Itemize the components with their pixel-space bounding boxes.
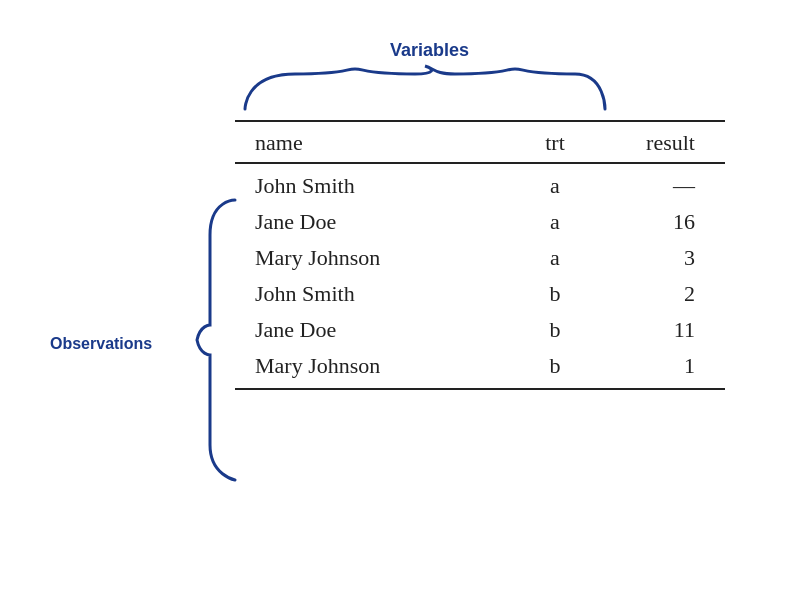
- cell-name-5: Mary Johnson: [235, 353, 515, 379]
- cell-result-2: 3: [595, 245, 705, 271]
- table-row: John Smith a —: [235, 168, 725, 204]
- table-bottom-line: [235, 388, 725, 390]
- variables-brace-svg: [235, 64, 615, 114]
- table-row: Mary Johnson b 1: [235, 348, 725, 384]
- data-rows: John Smith a — Jane Doe a 16 Mary Johnso…: [235, 164, 725, 388]
- cell-name-1: Jane Doe: [235, 209, 515, 235]
- cell-result-3: 2: [595, 281, 705, 307]
- cell-result-5: 1: [595, 353, 705, 379]
- table-wrapper: name trt result John Smith a — Jane Doe …: [235, 120, 725, 390]
- table-row: Jane Doe a 16: [235, 204, 725, 240]
- observations-label: Observations: [50, 335, 152, 353]
- cell-name-0: John Smith: [235, 173, 515, 199]
- cell-trt-1: a: [515, 209, 595, 235]
- table-row: Jane Doe b 11: [235, 312, 725, 348]
- cell-trt-5: b: [515, 353, 595, 379]
- table-row: John Smith b 2: [235, 276, 725, 312]
- cell-trt-2: a: [515, 245, 595, 271]
- cell-name-3: John Smith: [235, 281, 515, 307]
- cell-result-4: 11: [595, 317, 705, 343]
- cell-trt-4: b: [515, 317, 595, 343]
- header-name: name: [235, 130, 515, 156]
- variables-label: Variables: [390, 40, 469, 61]
- cell-name-4: Jane Doe: [235, 317, 515, 343]
- cell-trt-3: b: [515, 281, 595, 307]
- table-row: Mary Johnson a 3: [235, 240, 725, 276]
- header-trt: trt: [515, 130, 595, 156]
- cell-result-1: 16: [595, 209, 705, 235]
- cell-trt-0: a: [515, 173, 595, 199]
- cell-result-0: —: [595, 173, 705, 199]
- observations-brace-svg: [195, 195, 240, 485]
- cell-name-2: Mary Johnson: [235, 245, 515, 271]
- header-result: result: [595, 130, 705, 156]
- diagram-container: Variables name trt result John Smith a —…: [50, 40, 750, 560]
- table-header-row: name trt result: [235, 122, 725, 162]
